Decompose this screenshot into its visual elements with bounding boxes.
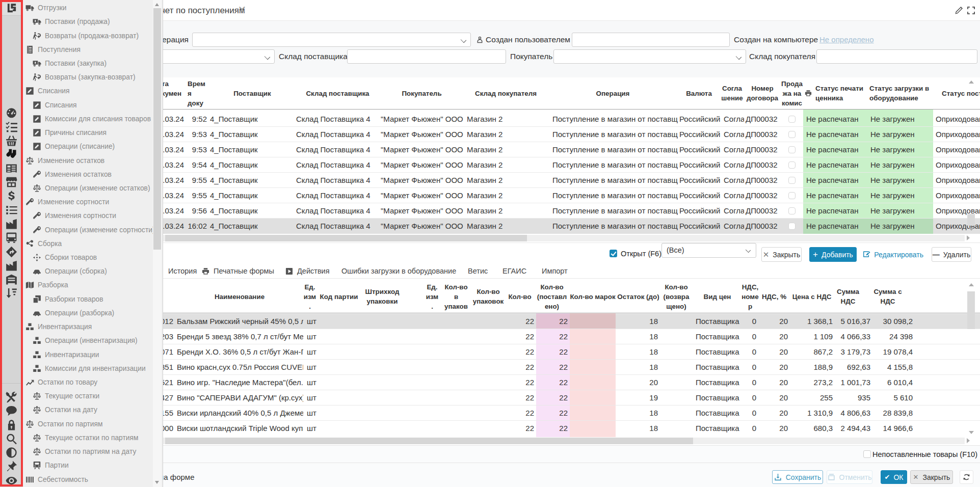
- transfer-icon[interactable]: [6, 287, 17, 299]
- table-row[interactable]: 460155Виски ирландский 40% 0,5 л Джемесо…: [127, 405, 980, 421]
- table-row[interactable]: 15.03.2416:024_ПоставщикСклад Поставщика…: [127, 219, 980, 234]
- store-icon[interactable]: [6, 176, 17, 188]
- buyer-select[interactable]: [553, 49, 746, 64]
- table-row[interactable]: 218012Бальзам Рижский черный 45% 0,5 лшт…: [127, 314, 980, 329]
- menu-item[interactable]: Остатки по партиям: [23, 417, 154, 431]
- doc-hscroll-thumb[interactable]: [165, 235, 527, 241]
- table-row[interactable]: 15.03.249:554_ПоставщикСклад Поставщика …: [127, 173, 980, 188]
- table-row[interactable]: 460203Бренди 5 звезд 38% 0,7 л ст/бут Me…: [127, 329, 980, 344]
- menu-item[interactable]: Списания: [23, 98, 154, 112]
- supplier-warehouse-input[interactable]: [347, 49, 506, 64]
- row-checkbox[interactable]: [788, 223, 796, 230]
- table-row[interactable]: 460000Виски шотландский Triple Wood купа…: [127, 421, 980, 436]
- detail-tab-6[interactable]: Импорт: [542, 264, 568, 278]
- close-form-button[interactable]: ✕Закрыть: [910, 470, 953, 484]
- checklist-icon[interactable]: [6, 121, 17, 132]
- operation-select[interactable]: [192, 33, 471, 47]
- news-icon[interactable]: [6, 163, 17, 174]
- tools-icon[interactable]: [6, 391, 17, 403]
- basket-icon[interactable]: [6, 135, 17, 147]
- cancel-button[interactable]: Отменить: [827, 470, 872, 484]
- sign-icon[interactable]: [6, 246, 17, 258]
- row-checkbox[interactable]: [788, 177, 796, 184]
- ok-button[interactable]: ✔ОК: [881, 470, 907, 484]
- menu-scroll-down-icon[interactable]: [155, 481, 159, 484]
- menu-item[interactable]: Списания: [23, 84, 154, 98]
- row-checkbox[interactable]: [788, 192, 796, 199]
- detail-tab-4[interactable]: Ветис: [468, 264, 488, 278]
- socks-icon[interactable]: [6, 149, 17, 160]
- buyer-warehouse-input[interactable]: [816, 49, 977, 64]
- row-checkbox[interactable]: [788, 207, 796, 214]
- menu-item[interactable]: Отгрузки: [23, 1, 154, 15]
- menu-item[interactable]: Текущие остатки: [23, 389, 154, 403]
- table-row[interactable]: 13.03.249:544_ПоставщикСклад Поставщика …: [127, 157, 980, 173]
- menu-item[interactable]: Разборки товаров: [23, 292, 154, 306]
- status-filter-select[interactable]: (Все): [661, 243, 756, 258]
- menu-item[interactable]: Остатки по партиям на дату: [23, 445, 154, 458]
- industry-icon[interactable]: [6, 218, 17, 230]
- menu-item[interactable]: Поступления: [23, 43, 154, 57]
- detail-tab-2[interactable]: Действия: [285, 264, 330, 278]
- menu-item[interactable]: Разборка: [23, 278, 154, 292]
- edit-layout-icon[interactable]: [955, 6, 963, 15]
- items-vertical-scrollbar[interactable]: [967, 291, 975, 329]
- menu-scrollbar-thumb[interactable]: [153, 8, 161, 250]
- row-checkbox[interactable]: [788, 131, 796, 138]
- save-button[interactable]: Сохранить: [772, 470, 823, 484]
- menu-item[interactable]: Сборка: [23, 237, 154, 251]
- open-f6-checkbox[interactable]: [610, 250, 617, 257]
- list-icon[interactable]: [6, 204, 17, 216]
- row-checkbox[interactable]: [788, 161, 796, 169]
- menu-item[interactable]: Операции (сборка): [23, 264, 154, 278]
- detail-tab-1[interactable]: Печатные формы: [202, 264, 274, 278]
- doc-scroll-up-icon[interactable]: [969, 80, 974, 84]
- detail-tab-history[interactable]: История: [168, 264, 197, 278]
- menu-item[interactable]: Инвентаризация: [23, 320, 154, 334]
- fullscreen-icon[interactable]: [967, 6, 975, 15]
- menu-item[interactable]: Изменение сортности: [23, 195, 154, 209]
- contrast-icon[interactable]: [6, 447, 17, 458]
- items-hscroll-thumb[interactable]: [165, 438, 693, 444]
- menu-item[interactable]: Изменения остатков: [23, 168, 154, 181]
- menu-item[interactable]: Операции (изменение сортности): [23, 223, 154, 237]
- menu-item[interactable]: Партии: [23, 458, 154, 472]
- app-logo[interactable]: [0, 0, 23, 16]
- items-scroll-right-icon[interactable]: [967, 438, 970, 443]
- menu-item[interactable]: Операции (списание): [23, 140, 154, 153]
- lock-icon[interactable]: [6, 419, 17, 431]
- menu-item[interactable]: Операции (изменение остатков): [23, 181, 154, 195]
- menu-item[interactable]: Поставки (продажа): [23, 15, 154, 29]
- industry-icon[interactable]: [6, 260, 17, 272]
- table-row[interactable]: 462851Вино красн,сух 0.75л Россия CUVEEш…: [127, 360, 980, 375]
- table-row[interactable]: 463427Вино "САПЕРАВИ АДАГУМ" (кр.сух)0,7…: [127, 390, 980, 405]
- doc-tab-close-icon[interactable]: ✕: [237, 5, 247, 15]
- menu-item[interactable]: Остатки на дату: [23, 403, 154, 417]
- menu-item[interactable]: Изменение остатков: [23, 153, 154, 167]
- close-document-button[interactable]: ✕Закрыть: [761, 247, 802, 262]
- items-scroll-down-icon[interactable]: [969, 431, 974, 434]
- gauge-icon[interactable]: [6, 107, 17, 119]
- menu-item[interactable]: Инвентаризации: [23, 347, 154, 361]
- menu-item[interactable]: Возвраты (закупка-возврат): [23, 70, 154, 84]
- menu-scroll-up-icon[interactable]: [155, 3, 159, 6]
- bus-icon[interactable]: [6, 232, 17, 244]
- detail-tab-3[interactable]: Ошибки загрузки в оборудование: [341, 264, 456, 278]
- row-checkbox[interactable]: [788, 146, 796, 153]
- menu-item[interactable]: Изменения сортности: [23, 209, 154, 223]
- menu-item[interactable]: Комиссии для инвентаризации: [23, 362, 154, 375]
- menu-item[interactable]: Операции (разборка): [23, 306, 154, 320]
- garage-icon[interactable]: [6, 274, 17, 285]
- table-row[interactable]: 462521Вино игр. "Наследие Мастера"(бел.п…: [127, 375, 980, 390]
- menu-item[interactable]: Сборки товаров: [23, 251, 154, 264]
- menu-scrollbar[interactable]: [153, 0, 162, 487]
- edit-document-button[interactable]: Редактировать: [863, 247, 923, 262]
- row-checkbox[interactable]: [788, 116, 796, 123]
- menu-item[interactable]: Текущие остатки по партиям: [23, 431, 154, 445]
- doc-vertical-scrollbar[interactable]: [967, 214, 975, 226]
- doc-scroll-right-icon[interactable]: [967, 235, 970, 240]
- menu-item[interactable]: Возвраты (продажа-возврат): [23, 29, 154, 42]
- chat-icon[interactable]: [6, 405, 17, 417]
- menu-item[interactable]: Остатки по товару: [23, 375, 154, 389]
- menu-item[interactable]: Поставки (закупка): [23, 57, 154, 70]
